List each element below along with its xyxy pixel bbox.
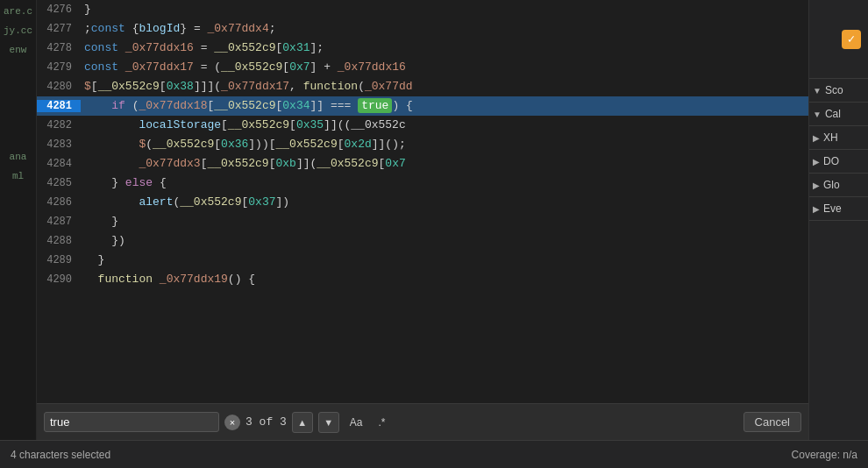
collapse-icon-cal: ▼ xyxy=(813,110,822,119)
search-next-button[interactable]: ▼ xyxy=(318,412,339,433)
code-line-4287[interactable]: 4287 } xyxy=(37,212,808,231)
sidebar-section-xh[interactable]: ▶ XH xyxy=(809,126,868,150)
line-content-4289: } xyxy=(81,251,808,270)
expand-icon-do: ▶ xyxy=(813,157,820,167)
expand-icon-xh: ▶ xyxy=(813,133,820,143)
sidebar-section-eve[interactable]: ▶ Eve xyxy=(809,197,868,221)
code-line-4286[interactable]: 4286 alert(__0x552c9[0x37]) xyxy=(37,193,808,212)
expand-icon-eve: ▶ xyxy=(813,204,820,214)
code-line-4288[interactable]: 4288 }) xyxy=(37,231,808,251)
sidebar-label-1: are.c xyxy=(0,2,36,21)
sidebar-label-5: ml xyxy=(0,167,36,186)
line-number-4282: 4282 xyxy=(37,119,81,131)
line-content-4277: ;const {blogId} = _0x77ddx4; xyxy=(81,19,808,39)
left-sidebar: are.c jy.cc enw ana ml xyxy=(0,0,37,440)
line-content-4290: function _0x77ddx19() { xyxy=(81,270,808,289)
regex-button[interactable]: .* xyxy=(374,414,391,431)
line-content-4288: }) xyxy=(81,231,808,251)
line-content-4286: alert(__0x552c9[0x37]) xyxy=(81,193,808,212)
line-number-4276: 4276 xyxy=(37,4,81,16)
line-number-4278: 4278 xyxy=(37,42,81,54)
line-number-4286: 4286 xyxy=(37,196,81,209)
line-number-4289: 4289 xyxy=(37,254,81,266)
search-input[interactable] xyxy=(44,412,219,432)
sidebar-section-sco[interactable]: ▼ Sco xyxy=(809,79,868,103)
code-line-4277[interactable]: 4277;const {blogId} = _0x77ddx4; xyxy=(37,19,808,39)
code-line-4285[interactable]: 4285 } else { xyxy=(37,174,808,193)
sidebar-label-4: ana xyxy=(0,147,36,167)
line-number-4283: 4283 xyxy=(37,138,81,151)
line-number-4284: 4284 xyxy=(37,158,81,170)
section-label-cal: Cal xyxy=(825,108,841,120)
code-panel: 4276}4277;const {blogId} = _0x77ddx4;427… xyxy=(37,0,808,440)
section-label-eve: Eve xyxy=(823,202,842,215)
collapse-icon-sco: ▼ xyxy=(813,86,822,96)
sidebar-section-glo[interactable]: ▶ Glo xyxy=(809,174,868,197)
checkbox-orange[interactable]: ✓ xyxy=(842,30,861,49)
section-label-glo: Glo xyxy=(823,179,840,191)
line-number-4280: 4280 xyxy=(37,81,81,93)
result-count: 3 of 3 xyxy=(245,415,287,429)
status-coverage: Coverage: n/a xyxy=(792,449,857,461)
line-content-4280: $[__0x552c9[0x38]]](_0x77ddx17, function… xyxy=(81,77,808,96)
match-case-button[interactable]: Aa xyxy=(345,414,368,431)
status-selection: 4 characters selected xyxy=(11,449,110,461)
code-line-4283[interactable]: 4283 $(__0x552c9[0x36]))[__0x552c9[0x2d]… xyxy=(37,135,808,154)
sidebar-section-cal[interactable]: ▼ Cal xyxy=(809,103,868,126)
code-line-4284[interactable]: 4284 _0x77ddx3[__0x552c9[0xb]](__0x552c9… xyxy=(37,154,808,174)
section-label-sco: Sco xyxy=(825,84,843,96)
line-content-4282: localStorage[__0x552c9[0x35]]((__0x552c xyxy=(81,116,808,135)
right-sidebar: ✓ ▼ Sco ▼ Cal ▶ XH ▶ DO ▶ Glo ▶ Eve xyxy=(808,0,868,440)
line-number-4288: 4288 xyxy=(37,235,81,247)
code-line-4281[interactable]: 4281 if (_0x77ddx18[__0x552c9[0x34]] ===… xyxy=(37,96,808,116)
search-bar: × 3 of 3 ▲ ▼ Aa .* Cancel xyxy=(37,403,808,440)
line-number-4277: 4277 xyxy=(37,23,81,35)
section-label-do: DO xyxy=(823,155,839,167)
code-line-4289[interactable]: 4289 } xyxy=(37,251,808,270)
line-content-4279: const _0x77ddx17 = (__0x552c9[0x7] + _0x… xyxy=(81,58,808,77)
line-content-4276: } xyxy=(81,0,808,19)
code-line-4282[interactable]: 4282 localStorage[__0x552c9[0x35]]((__0x… xyxy=(37,116,808,135)
code-line-4278[interactable]: 4278const _0x77ddx16 = __0x552c9[0x31]; xyxy=(37,39,808,58)
line-content-4284: _0x77ddx3[__0x552c9[0xb]](__0x552c9[0x7 xyxy=(81,154,808,174)
code-line-4279[interactable]: 4279const _0x77ddx17 = (__0x552c9[0x7] +… xyxy=(37,58,808,77)
line-number-4287: 4287 xyxy=(37,216,81,228)
line-content-4287: } xyxy=(81,212,808,231)
code-line-4276[interactable]: 4276} xyxy=(37,0,808,19)
clear-search-button[interactable]: × xyxy=(224,415,240,430)
main-area: are.c jy.cc enw ana ml 4276}4277;const {… xyxy=(0,0,868,440)
expand-icon-glo: ▶ xyxy=(813,181,820,190)
sidebar-section-do[interactable]: ▶ DO xyxy=(809,150,868,174)
search-prev-button[interactable]: ▲ xyxy=(292,412,313,433)
line-content-4285: } else { xyxy=(81,174,808,193)
line-content-4283: $(__0x552c9[0x36]))[__0x552c9[0x2d]](); xyxy=(81,135,808,154)
line-content-4281: if (_0x77ddx18[__0x552c9[0x34]] === true… xyxy=(81,96,808,116)
code-line-4290[interactable]: 4290 function _0x77ddx19() { xyxy=(37,270,808,289)
section-label-xh: XH xyxy=(823,131,838,144)
line-number-4279: 4279 xyxy=(37,61,81,74)
code-lines: 4276}4277;const {blogId} = _0x77ddx4;427… xyxy=(37,0,808,403)
line-number-4281: 4281 xyxy=(37,100,81,112)
sidebar-label-3: enw xyxy=(0,40,36,60)
code-line-4280[interactable]: 4280$[__0x552c9[0x38]]](_0x77ddx17, func… xyxy=(37,77,808,96)
right-sidebar-top: ✓ xyxy=(809,0,868,79)
sidebar-label-2: jy.cc xyxy=(0,21,36,40)
line-number-4285: 4285 xyxy=(37,177,81,189)
line-number-4290: 4290 xyxy=(37,273,81,286)
status-bar: 4 characters selected Coverage: n/a xyxy=(0,440,868,468)
line-content-4278: const _0x77ddx16 = __0x552c9[0x31]; xyxy=(81,39,808,58)
cancel-search-button[interactable]: Cancel xyxy=(743,412,801,432)
